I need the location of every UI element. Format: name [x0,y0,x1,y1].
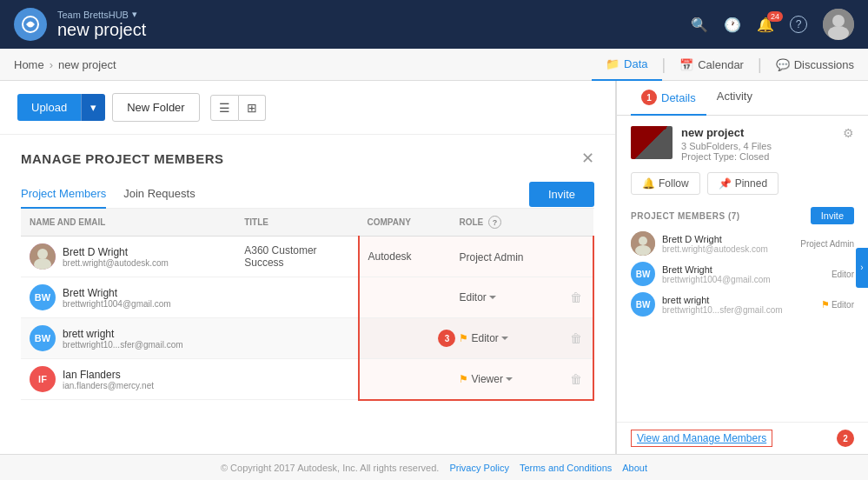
project-name: new project [57,20,146,40]
member-name: Brett Wright [63,287,171,299]
pm-avatar [631,231,655,256]
role-viewer-dropdown[interactable]: ⚑ Viewer [459,373,552,385]
pm-name: brett wright [662,295,814,305]
pm-role: Editor [832,270,854,279]
svg-point-5 [37,249,48,259]
member-name: Brett D Wright [63,246,169,258]
user-avatar[interactable] [823,9,854,40]
table-row: IF Ian Flanders ian.flanders@mercy.net [21,359,593,400]
gear-icon[interactable]: ⚙ [843,126,854,140]
svg-point-2 [832,15,845,27]
pm-invite-button[interactable]: Invite [811,207,854,224]
pm-name: Brett Wright [662,264,825,275]
data-tab-label: Data [624,57,647,70]
member-info: BW Brett Wright brettwright1004@gmail.co… [30,284,227,310]
copyright: © Copyright 2017 Autodesk, Inc. All righ… [221,463,439,473]
pm-info: Brett Wright brettwright1004@gmail.com [662,264,825,284]
terms-link[interactable]: Terms and Conditions [520,463,612,473]
avatar: BW [30,325,56,351]
about-link[interactable]: About [622,463,647,473]
discussions-tab-icon: 💬 [776,58,790,71]
project-subfolders: 3 SubFolders, 4 Files [681,141,834,151]
view-manage-row: View and Manage Members 2 [617,422,868,454]
clock-icon[interactable]: 🕐 [724,17,741,33]
tab-calendar[interactable]: 📅 Calendar [666,49,758,81]
modal-close-button[interactable]: ✕ [581,149,594,168]
header: Team BrettsHUB ▾ new project 🔍 🕐 🔔 24 ? [0,0,868,49]
pm-item: BW brett wright brettwright10...sfer@gma… [631,292,854,317]
details-content: new project 3 SubFolders, 4 Files Projec… [617,116,868,422]
member-email: brett.wright@autodesk.com [63,258,169,268]
view-manage-link[interactable]: View and Manage Members [631,430,772,447]
member-name: Ian Flanders [63,369,154,381]
bell-small-icon: 🔔 [642,177,655,190]
role-editor-dropdown-2[interactable]: Editor [471,332,507,344]
new-folder-button[interactable]: New Folder [112,93,199,122]
list-view-button[interactable]: ☰ [210,95,239,121]
team-chevron[interactable]: ▾ [132,9,137,20]
role-admin: Project Admin [459,251,523,263]
col-company: COMPANY [359,209,451,237]
details-tab-label: Details [661,91,696,104]
pm-role-with-flag: ⚑ Editor [821,299,854,310]
pm-role: Project Admin [800,239,854,249]
avatar [30,243,56,270]
member-info: BW brett wright brettwright10...sfer@gma… [30,325,227,351]
logo [14,8,47,41]
pinned-button[interactable]: 📌 Pinned [707,172,779,195]
search-icon[interactable]: 🔍 [691,17,708,33]
pinned-label: Pinned [735,177,767,190]
member-info: Brett D Wright brett.wright@autodesk.com [30,243,227,270]
activity-tab-label: Activity [717,90,752,103]
avatar: BW [30,284,56,310]
member-email: ian.flanders@mercy.net [63,381,154,390]
col-actions [561,209,593,237]
upload-group: Upload ▾ [17,94,105,121]
header-actions: 🔍 🕐 🔔 24 ? [691,9,854,40]
breadcrumb-home[interactable]: Home [14,58,44,71]
privacy-link[interactable]: Privacy Policy [449,463,508,473]
header-project-info: Team BrettsHUB ▾ new project [57,9,146,40]
tab-join-requests[interactable]: Join Requests [123,180,195,209]
delete-icon-3[interactable]: 🗑 [570,372,582,386]
project-meta: new project 3 SubFolders, 4 Files Projec… [681,126,834,162]
pm-avatar: BW [631,262,655,286]
help-icon[interactable]: ? [790,16,807,33]
pin-icon: 📌 [719,177,732,190]
pm-email: brettwright10...sfer@gmail.com [662,305,814,315]
dropdown-caret-2 [501,337,508,340]
invite-button[interactable]: Invite [529,182,594,207]
col-role: ROLE ? [450,209,560,237]
sub-tabs-row: Project Members Join Requests Invite [21,180,594,209]
tab-activity[interactable]: Activity [706,81,763,116]
follow-label: Follow [659,177,689,190]
role-editor-dropdown[interactable]: Editor [459,291,552,303]
pm-email: brett.wright@autodesk.com [662,244,793,254]
footer: © Copyright 2017 Autodesk, Inc. All righ… [0,454,868,480]
delete-icon-2[interactable]: 🗑 [570,331,582,345]
dropdown-caret [489,296,496,299]
tab-data[interactable]: 📁 Data [592,49,661,81]
right-scroll-button[interactable]: › [856,248,868,288]
breadcrumb-current: new project [58,58,116,71]
pm-info: brett wright brettwright10...sfer@gmail.… [662,295,814,315]
member-info: IF Ian Flanders ian.flanders@mercy.net [30,366,227,392]
bell-badge: 24 [767,11,783,22]
pm-section-header: PROJECT MEMBERS (7) Invite [631,207,854,224]
avatar: IF [30,366,56,392]
pm-section: PROJECT MEMBERS (7) Invite Brett D Wrigh… [631,207,854,317]
upload-button[interactable]: Upload [17,94,81,121]
pm-info: Brett D Wright brett.wright@autodesk.com [662,234,793,254]
follow-button[interactable]: 🔔 Follow [631,172,700,195]
table-row: BW Brett Wright brettwright1004@gmail.co… [21,277,593,318]
tab-details[interactable]: 1 Details [631,81,706,116]
breadcrumb-sep: › [50,58,53,71]
tab-discussions[interactable]: 💬 Discussions [762,49,868,81]
upload-split-button[interactable]: ▾ [81,94,105,121]
table-row: Brett D Wright brett.wright@autodesk.com… [21,237,593,277]
view-toggle: ☰ ⊞ [210,95,266,121]
tab-project-members[interactable]: Project Members [21,180,106,209]
table-row: BW brett wright brettwright10...sfer@gma… [21,318,593,359]
delete-icon[interactable]: 🗑 [570,290,582,304]
grid-view-button[interactable]: ⊞ [239,95,266,121]
